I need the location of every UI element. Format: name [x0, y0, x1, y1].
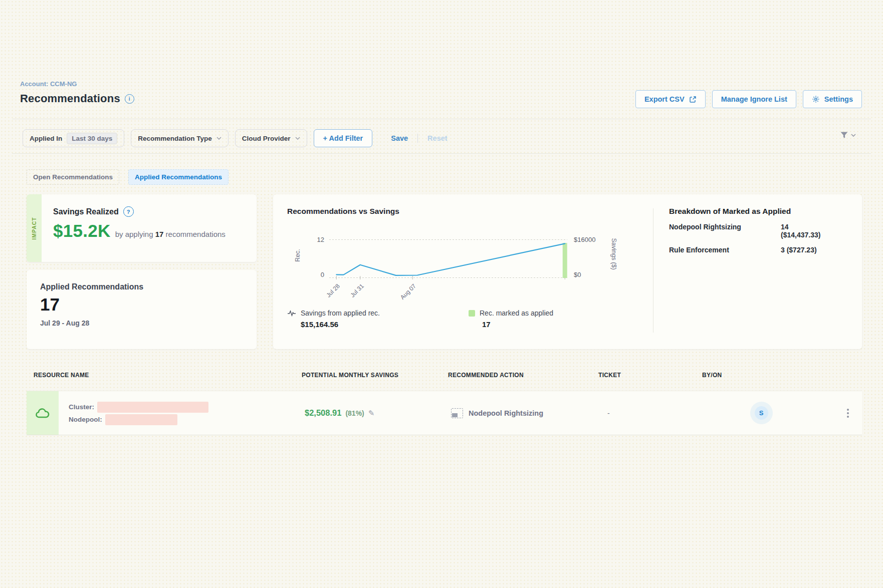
x-tick-label: Jul 28: [325, 282, 342, 299]
by-on-cell: S: [711, 406, 811, 420]
card-vertical-divider: [653, 208, 653, 333]
filter-panel-toggle[interactable]: [840, 131, 856, 139]
line-chart-plot[interactable]: [329, 239, 567, 278]
chart-card: Recommendations vs Savings 12 0 Rec. $16…: [273, 194, 862, 349]
column-header-by-on[interactable]: BY/ON: [702, 372, 802, 379]
tab-applied-recommendations[interactable]: Applied Recommendations: [128, 169, 229, 185]
breakdown-panel: Breakdown of Marked as Applied Nodepool …: [669, 207, 849, 254]
header-actions: Export CSV Manage Ignore List Settings: [635, 90, 862, 108]
cloud-icon: [35, 407, 50, 419]
manage-ignore-list-label: Manage Ignore List: [721, 95, 787, 103]
impact-strip-label: IMPACT: [31, 217, 37, 239]
applied-card-date-range: Jul 29 - Aug 28: [40, 319, 257, 327]
legend-marked-applied: Rec. marked as applied 17: [469, 309, 553, 329]
breakdown-row: Rule Enforcement 3 ($727.23): [669, 246, 849, 254]
x-tick-label: Aug 07: [399, 282, 417, 301]
funnel-icon: [840, 131, 848, 139]
column-header-resource-name[interactable]: RESOURCE NAME: [27, 372, 302, 379]
export-csv-button[interactable]: Export CSV: [635, 90, 706, 108]
y-right-min-tick: $0: [574, 271, 581, 278]
legend-marked-applied-value: 17: [482, 320, 553, 329]
row-menu-kebab-icon[interactable]: [844, 406, 852, 421]
savings-amount: $15.2K: [53, 221, 111, 241]
filter-divider: [12, 153, 871, 154]
resource-name-cell[interactable]: Cluster: Nodepool:: [59, 401, 305, 426]
filter-cloud-provider[interactable]: Cloud Provider: [235, 129, 307, 147]
ticket-cell: -: [601, 409, 711, 417]
legend-savings: Savings from applied rec. $15,164.56: [287, 309, 380, 329]
recommended-action-cell: Nodepool Rightsizing: [451, 408, 601, 418]
cluster-name-redacted: [97, 402, 208, 413]
settings-label: Settings: [824, 95, 853, 103]
external-link-icon: [689, 96, 697, 103]
x-tick-label: Jul 31: [349, 282, 365, 299]
legend-savings-value: $15,164.56: [301, 320, 380, 329]
chevron-down-icon: [851, 134, 856, 137]
y-right-axis-label: Savings ($): [610, 238, 617, 269]
chart-title: Recommendations vs Savings: [287, 207, 399, 216]
reset-filter-button[interactable]: Reset: [424, 134, 451, 142]
filter-recommendation-type[interactable]: Recommendation Type: [131, 129, 229, 147]
breadcrumb-account[interactable]: Account: CCM-NG: [20, 80, 77, 88]
save-reset-divider: [417, 134, 418, 143]
savings-realized-title-row: Savings Realized ?: [53, 206, 226, 217]
recommendations-tabs: Open Recommendations Applied Recommendat…: [27, 169, 229, 185]
legend-savings-label: Savings from applied rec.: [301, 309, 380, 317]
nodepool-rightsizing-icon: [451, 408, 463, 418]
applied-card-title: Applied Recommendations: [40, 282, 257, 291]
y-left-min-tick: 0: [304, 271, 324, 278]
impact-body: Savings Realized ? $15.2K by applying 17…: [42, 194, 226, 262]
applied-recommendations-card: Applied Recommendations 17 Jul 29 - Aug …: [27, 270, 257, 349]
applied-in-value[interactable]: Last 30 days: [67, 133, 117, 144]
legend-marked-applied-label: Rec. marked as applied: [480, 309, 553, 317]
chevron-down-icon: [295, 137, 300, 140]
manage-ignore-list-button[interactable]: Manage Ignore List: [712, 90, 796, 108]
recommendation-type-label: Recommendation Type: [138, 135, 212, 142]
savings-percent: (81%): [345, 409, 364, 417]
breakdown-row-value: 3 ($727.23): [781, 246, 817, 254]
avatar[interactable]: S: [755, 406, 768, 420]
table-row[interactable]: Cluster: Nodepool: $2,508.91 (81%) ✎ Nod…: [27, 391, 862, 435]
filter-applied-in[interactable]: Applied In Last 30 days: [23, 129, 124, 147]
settings-button[interactable]: Settings: [803, 90, 862, 108]
help-icon[interactable]: ?: [123, 206, 134, 217]
applied-in-label: Applied In: [30, 135, 62, 142]
savings-realized-title: Savings Realized: [53, 207, 119, 216]
nodepool-name-redacted: [105, 414, 177, 425]
gear-icon: [812, 95, 820, 103]
breakdown-row: Nodepool Rightsizing 14 ($14,437.33): [669, 223, 849, 239]
pulse-line-icon: [287, 310, 296, 317]
applied-card-count: 17: [40, 295, 257, 315]
export-csv-label: Export CSV: [644, 95, 685, 103]
savings-suffix: by applying 17 recommendations: [115, 230, 226, 238]
y-left-axis-label: Rec.: [294, 249, 301, 262]
cloud-provider-label: Cloud Provider: [242, 135, 291, 142]
x-axis-tick-labels: Jul 28Jul 31Aug 07: [329, 280, 567, 301]
header-divider: [12, 119, 871, 119]
impact-strip: IMPACT: [27, 194, 42, 262]
page-title-row: Recommendations i: [20, 92, 134, 105]
potential-savings-cell: $2,508.91 (81%) ✎: [305, 408, 451, 418]
breakdown-row-label: Nodepool Rightsizing: [669, 223, 781, 239]
y-left-max-tick: 12: [304, 236, 324, 243]
add-filter-button[interactable]: + Add Filter: [314, 129, 373, 147]
resource-type-cell: [27, 391, 59, 435]
breakdown-title: Breakdown of Marked as Applied: [669, 207, 849, 216]
recommended-action-label: Nodepool Rightsizing: [469, 409, 543, 417]
tab-open-recommendations[interactable]: Open Recommendations: [27, 169, 119, 185]
nodepool-label: Nodepool:: [69, 416, 102, 423]
savings-realized-card: IMPACT Savings Realized ? $15.2K by appl…: [27, 194, 257, 262]
save-filter-button[interactable]: Save: [388, 134, 411, 142]
savings-suffix-count: 17: [155, 230, 164, 238]
savings-value: $2,508.91: [305, 408, 341, 418]
cluster-label: Cluster:: [69, 403, 94, 411]
info-icon[interactable]: i: [125, 94, 134, 104]
breakdown-row-value: 14 ($14,437.33): [781, 223, 820, 239]
column-header-potential-monthly-savings[interactable]: POTENTIAL MONTHLY SAVINGS: [302, 372, 448, 379]
savings-suffix-post: recommendations: [163, 230, 225, 238]
y-right-max-tick: $16000: [574, 236, 595, 243]
column-header-ticket[interactable]: TICKET: [598, 372, 702, 379]
column-header-recommended-action[interactable]: RECOMMENDED ACTION: [448, 372, 598, 379]
edit-pencil-icon[interactable]: ✎: [368, 409, 375, 418]
chevron-down-icon: [216, 137, 222, 140]
